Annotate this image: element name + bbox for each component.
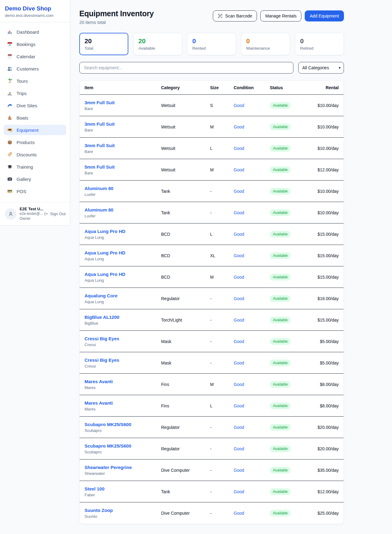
stat-card-maintenance[interactable]: 0 Maintenance — [241, 33, 290, 55]
scan-barcode-button[interactable]: Scan Barcode — [213, 10, 257, 21]
status-badge: Available — [270, 188, 291, 195]
rental-price: $25.00/day — [313, 511, 339, 516]
calendar-icon — [7, 54, 13, 59]
condition-link[interactable]: Good — [234, 318, 244, 322]
condition-link[interactable]: Good — [234, 146, 244, 151]
rental-price: $15.00/day — [313, 253, 339, 258]
stat-card-available[interactable]: 20 Available — [133, 33, 182, 55]
table-row: Scubapro MK25/S600 Scubapro Regulator - … — [80, 438, 344, 460]
rental-price: $5.00/day — [313, 339, 339, 344]
item-size: - — [210, 296, 234, 301]
status-badge: Available — [270, 360, 291, 366]
condition-link[interactable]: Good — [234, 124, 244, 129]
sidebar-item-equipment[interactable]: Equipment — [4, 125, 66, 135]
status-badge: Available — [270, 488, 291, 495]
calendar-date-icon: 17 — [7, 41, 13, 47]
person-icon — [8, 211, 14, 217]
item-name-link[interactable]: 3mm Full Suit — [85, 121, 115, 127]
item-name-link[interactable]: Aluminum 80 — [85, 207, 113, 212]
item-category: BCD — [161, 253, 210, 258]
item-category: Dive Computer — [161, 468, 210, 473]
user-role: Owner — [20, 216, 44, 221]
condition-link[interactable]: Good — [234, 167, 244, 172]
category-filter-select[interactable]: All Categories — [298, 62, 344, 74]
item-category: Regulator — [161, 425, 210, 430]
item-size: L — [210, 232, 234, 237]
condition-link[interactable]: Good — [234, 232, 244, 237]
condition-link[interactable]: Good — [234, 425, 244, 430]
main-content: Equipment Inventory 20 items total Scan … — [79, 0, 344, 534]
column-header-item: Item — [85, 85, 161, 90]
sidebar-item-training[interactable]: Training — [4, 162, 66, 172]
sign-out-button[interactable]: Sign Out — [44, 212, 66, 216]
condition-link[interactable]: Good — [234, 511, 244, 516]
sidebar-item-tours[interactable]: Tours — [4, 76, 66, 86]
item-name-link[interactable]: Cressi Big Eyes — [85, 357, 119, 363]
item-name-link[interactable]: Steel 100 — [85, 486, 104, 491]
condition-link[interactable]: Good — [234, 382, 244, 387]
sidebar-item-calendar[interactable]: Calendar — [4, 51, 66, 62]
item-name-link[interactable]: Suunto Zoop — [85, 508, 113, 513]
stat-label: Retired — [300, 46, 339, 51]
condition-link[interactable]: Good — [234, 275, 244, 280]
item-name-link[interactable]: Aqualung Core — [85, 293, 118, 298]
item-category: Mask — [161, 360, 210, 365]
add-equipment-button[interactable]: Add Equipment — [305, 10, 344, 21]
sidebar-item-dashboard[interactable]: Dashboard — [4, 27, 66, 37]
sidebar-item-dive-sites[interactable]: Dive Sites — [4, 100, 66, 111]
item-name-link[interactable]: Aluminum 80 — [85, 186, 113, 191]
condition-link[interactable]: Good — [234, 468, 244, 473]
sidebar-item-gallery[interactable]: Gallery — [4, 174, 66, 184]
item-size: M — [210, 275, 234, 280]
item-name-link[interactable]: 5mm Full Suit — [85, 164, 115, 170]
sidebar-item-label: Customers — [17, 66, 39, 71]
item-name-link[interactable]: 3mm Full Suit — [85, 143, 115, 148]
condition-link[interactable]: Good — [234, 360, 244, 365]
item-name-link[interactable]: Shearwater Peregrine — [85, 465, 132, 470]
item-category: Tank — [161, 210, 210, 215]
item-name-link[interactable]: Aqua Lung Pro HD — [85, 250, 125, 255]
item-name-link[interactable]: Cressi Big Eyes — [85, 336, 119, 341]
condition-link[interactable]: Good — [234, 253, 244, 258]
item-name-link[interactable]: Scubapro MK25/S600 — [85, 443, 131, 448]
status-badge: Available — [270, 467, 291, 474]
item-name-link[interactable]: 3mm Full Suit — [85, 100, 115, 105]
condition-link[interactable]: Good — [234, 446, 244, 451]
table-row: Suunto Zoop Suunto Dive Computer - Good … — [80, 502, 344, 524]
item-name-link[interactable]: Aqua Lung Pro HD — [85, 272, 125, 277]
condition-link[interactable]: Good — [234, 339, 244, 344]
item-name-link[interactable]: Mares Avanti — [85, 400, 113, 406]
condition-link[interactable]: Good — [234, 189, 244, 194]
item-name-link[interactable]: BigBlue AL1200 — [85, 315, 119, 320]
stat-card-rented[interactable]: 0 Rented — [187, 33, 236, 55]
sidebar-item-customers[interactable]: Customers — [4, 63, 66, 74]
item-name-link[interactable]: Mares Avanti — [85, 379, 113, 384]
table-row: Shearwater Peregrine Shearwater Dive Com… — [80, 460, 344, 481]
item-size: - — [210, 425, 234, 430]
graduation-cap-icon — [7, 164, 13, 170]
condition-link[interactable]: Good — [234, 403, 244, 408]
speedboat-icon — [7, 90, 13, 96]
condition-link[interactable]: Good — [234, 210, 244, 215]
condition-link[interactable]: Good — [234, 103, 244, 108]
item-name-link[interactable]: Scubapro MK25/S600 — [85, 422, 131, 427]
sidebar-item-pos[interactable]: POS — [4, 186, 66, 196]
manage-rentals-button[interactable]: Manage Rentals — [260, 10, 301, 21]
search-input[interactable] — [79, 62, 293, 74]
stat-card-total[interactable]: 20 Total — [79, 33, 128, 55]
sidebar-item-label: Dashboard — [17, 29, 39, 35]
stat-card-retired[interactable]: 0 Retired — [295, 33, 344, 55]
item-size: - — [210, 489, 234, 494]
condition-link[interactable]: Good — [234, 489, 244, 494]
user-section: E2E Test U... e2e-tester@... Owner Sign … — [0, 202, 70, 225]
condition-link[interactable]: Good — [234, 296, 244, 301]
sidebar-item-bookings[interactable]: 17 Bookings — [4, 39, 66, 49]
sidebar-item-boats[interactable]: Boats — [4, 113, 66, 123]
brand-name[interactable]: Demo Dive Shop — [5, 5, 65, 12]
stat-value: 0 — [300, 37, 339, 45]
sidebar-item-products[interactable]: Products — [4, 137, 66, 147]
item-name-link[interactable]: Aqua Lung Pro HD — [85, 229, 125, 234]
sidebar-item-trips[interactable]: Trips — [4, 88, 66, 98]
sidebar-item-discounts[interactable]: Discounts — [4, 149, 66, 160]
sidebar-item-label: Boats — [17, 115, 28, 120]
